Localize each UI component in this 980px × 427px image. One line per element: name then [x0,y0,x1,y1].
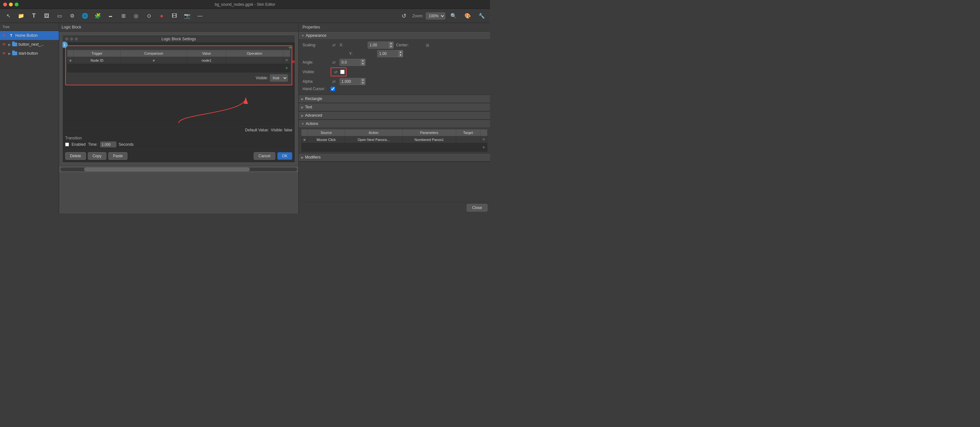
tree-item-home-button[interactable]: 👁 T Home Button [0,31,59,40]
actions-header[interactable]: ▼ Actions [299,120,490,128]
chevron-start: ▶ [8,52,11,55]
color-button[interactable]: 🎨 [462,10,473,22]
text-section: ▶ Text [299,103,490,112]
rect-tool-button[interactable]: ▭ [54,10,65,22]
close-button[interactable]: Close [467,204,487,212]
globe-tool-button[interactable]: 🌐 [79,10,91,22]
transition-time-input[interactable] [100,142,116,147]
comparison-cell-1[interactable]: ≠ [121,57,187,64]
hand-cursor-checkbox[interactable] [331,87,335,91]
camera-tool-button[interactable]: 📷 [181,10,193,22]
angle-up-btn[interactable]: ▲ [361,59,365,62]
cancel-button[interactable]: Cancel [254,152,275,160]
modifiers-header[interactable]: ▶ Modifiers [299,153,490,161]
y-spinner[interactable]: ▲ ▼ [377,50,403,57]
media-tool-button[interactable]: 🎞 [169,10,180,22]
zoom-select[interactable]: 100% 75% 50% 150% 200% [426,13,445,19]
maximize-button[interactable] [15,3,19,6]
transition-enabled-checkbox[interactable] [65,143,69,147]
alpha-up-btn[interactable]: ▲ [361,78,365,81]
angle-share-icon[interactable]: ⇄ [331,59,337,65]
grid-tool-button[interactable]: ⊞ [118,10,129,22]
action-parameters-1[interactable]: Numbered Panos1 [402,136,456,143]
x-input[interactable] [368,42,389,48]
add-condition-button[interactable]: + [286,44,294,51]
scaling-share-icon[interactable]: ⇄ [331,42,337,48]
paste-button[interactable]: Paste [108,152,128,160]
strip-tool-button[interactable]: ▬ [105,10,116,22]
dialog-max[interactable] [75,37,78,41]
remove-logic-btn[interactable]: ✕ [291,59,295,65]
modifiers-section: ▶ Modifiers [299,153,490,162]
close-button[interactable] [3,3,7,6]
folder-tool-button[interactable]: 📁 [15,10,27,22]
minimize-button[interactable] [9,3,13,6]
y-up-btn[interactable]: ▲ [398,51,403,54]
alpha-input[interactable] [340,79,361,84]
center-label: Center: [396,43,422,47]
default-value-label: Default Value: [245,128,269,132]
x-up-btn[interactable]: ▲ [389,42,393,45]
scaling-row: Scaling: ⇄ X: ▲ ▼ Center: ⊞ [302,41,486,49]
gear-tool-button[interactable]: ⚙ [67,10,78,22]
angle-spinner[interactable]: ▲ ▼ [340,59,366,66]
eye-icon-home[interactable]: 👁 [1,33,7,38]
ok-button[interactable]: OK [277,152,292,160]
appearance-header[interactable]: ▼ Appearance [299,32,490,40]
alpha-down-btn[interactable]: ▼ [361,81,365,85]
tree-item-start-button[interactable]: 👁 ▶ start-button [0,49,59,58]
action-source-1[interactable]: Mouse Click [308,136,345,143]
minus-tool-button[interactable]: — [194,10,206,22]
visible-prop-label: Visible: [302,70,328,74]
operation-cell-1[interactable] [226,57,283,64]
alpha-spinner[interactable]: ▲ ▼ [340,78,366,85]
rectangle-header[interactable]: ▶ Rectangle [299,95,490,103]
text-header[interactable]: ▶ Text [299,103,490,111]
copy-button[interactable]: Copy [88,152,107,160]
x-spinner[interactable]: ▲ ▼ [368,41,393,49]
timeline-scrollbar[interactable] [60,167,297,171]
eye-icon-next[interactable]: 👁 [1,41,7,47]
visible-checkbox[interactable] [340,70,345,74]
default-value-text: Visible: false [271,128,292,132]
timeline-thumb[interactable] [84,167,250,171]
puzzle-tool-button[interactable]: 🧩 [92,10,103,22]
action-action-1[interactable]: Open Next Panora... [345,136,402,143]
target-tool-button[interactable]: ⊙ [143,10,154,22]
tree-item-button-next[interactable]: 👁 ▶ button_next_... [0,40,59,49]
advanced-header[interactable]: ▶ Advanced [299,112,490,119]
properties-scroll[interactable]: ▼ Appearance Scaling: ⇄ X: ▲ ▼ [299,32,490,202]
wrench-button[interactable]: 🔧 [476,10,487,22]
visible-row: Visible: true false [67,73,290,83]
y-input[interactable] [377,51,398,57]
action-target-1[interactable] [456,136,480,143]
angle-down-btn[interactable]: ▼ [361,62,365,65]
center-grid-icon[interactable]: ⊞ [424,42,431,48]
undo-button[interactable]: ↺ [398,10,410,22]
compass-tool-button[interactable]: ◎ [130,10,142,22]
value-cell-1[interactable]: node1 [187,57,226,64]
text-tool-button[interactable]: T [28,10,40,22]
cursor-tool-button[interactable]: ↖ [3,10,14,22]
search-button[interactable]: 🔍 [448,10,459,22]
text-icon-home: T [8,33,14,38]
visible-share-icon[interactable]: ⇄ [332,69,339,75]
visible-select[interactable]: true false [270,75,288,81]
delete-button[interactable]: Delete [65,152,86,160]
col-value: Value [187,50,226,57]
delete-action-btn-1[interactable]: ✕ [480,136,487,143]
delete-condition-btn-1[interactable]: ✕ [283,57,290,64]
enabled-label: Enabled [72,142,86,147]
dialog-min[interactable] [70,37,73,41]
record-tool-button[interactable]: ● [156,10,167,22]
trigger-cell-1[interactable]: Node ID [74,57,121,64]
y-down-btn[interactable]: ▼ [398,54,403,57]
x-down-btn[interactable]: ▼ [389,45,393,48]
eye-icon-start[interactable]: 👁 [1,51,7,56]
add-action-button[interactable]: + [482,145,485,150]
alpha-share-icon[interactable]: ⇄ [331,78,337,85]
angle-input[interactable] [340,59,361,65]
dialog-close[interactable] [65,37,68,41]
image-tool-button[interactable]: 🖼 [41,10,52,22]
add-row-button[interactable]: + [285,65,288,71]
